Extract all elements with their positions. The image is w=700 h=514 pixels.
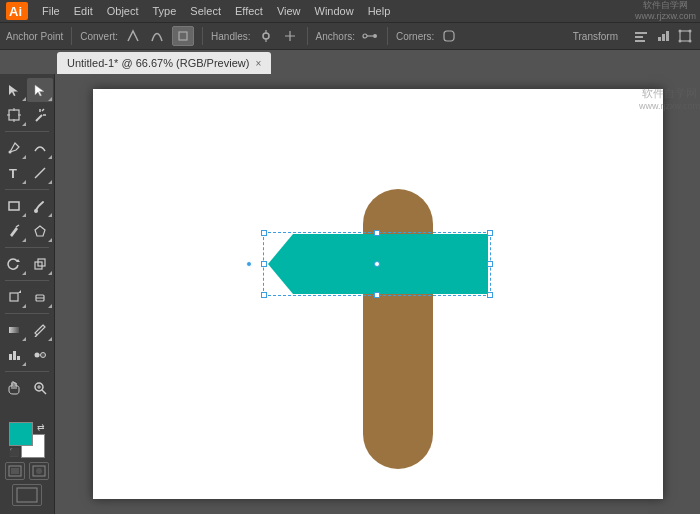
- select-tools-row: [1, 78, 53, 102]
- tab-bar: Untitled-1* @ 66.67% (RGB/Preview) ×: [0, 50, 700, 74]
- handles-icon-2[interactable]: [281, 27, 299, 45]
- svg-rect-46: [13, 351, 16, 360]
- free-transform-tool[interactable]: [1, 285, 27, 309]
- svg-point-48: [35, 353, 40, 358]
- teal-arrow-shape[interactable]: [268, 234, 488, 294]
- artboard-tool[interactable]: [1, 103, 27, 127]
- svg-rect-45: [9, 354, 12, 360]
- transform-icon[interactable]: [676, 27, 694, 45]
- svg-rect-10: [635, 32, 647, 34]
- svg-point-19: [679, 40, 682, 43]
- svg-rect-11: [635, 36, 643, 38]
- options-bar: Anchor Point Convert: Handles: Anchors: …: [0, 22, 700, 50]
- svg-rect-13: [658, 37, 661, 41]
- svg-point-17: [679, 30, 682, 33]
- main-area: T: [0, 74, 700, 514]
- chart-tool[interactable]: [1, 343, 27, 367]
- convert-btn[interactable]: [172, 26, 194, 46]
- menu-file[interactable]: File: [36, 3, 66, 19]
- divider-4: [387, 27, 388, 45]
- artboard-tools-row: [1, 103, 53, 127]
- svg-point-30: [9, 151, 12, 154]
- svg-text:Ai: Ai: [9, 4, 22, 19]
- menu-object[interactable]: Object: [101, 3, 145, 19]
- shapes-container: [93, 89, 663, 499]
- convert-icon-1[interactable]: [124, 27, 142, 45]
- edit-mode-icon[interactable]: [5, 462, 25, 480]
- corners-icon[interactable]: [440, 27, 458, 45]
- gradient-tool[interactable]: [1, 318, 27, 342]
- foreground-swatch[interactable]: [9, 422, 33, 446]
- magic-wand-tool[interactable]: [27, 103, 53, 127]
- app-logo: Ai: [4, 2, 30, 20]
- svg-point-20: [689, 40, 692, 43]
- menu-effect[interactable]: Effect: [229, 3, 269, 19]
- separator-5: [5, 313, 49, 314]
- pencil-tools-row: [1, 219, 53, 243]
- menu-type[interactable]: Type: [147, 3, 183, 19]
- svg-rect-33: [9, 202, 19, 210]
- handles-icon-1[interactable]: [257, 27, 275, 45]
- eraser-tool[interactable]: [27, 285, 53, 309]
- blend-tool[interactable]: [27, 343, 53, 367]
- menu-help[interactable]: Help: [362, 3, 397, 19]
- convert-icon-2[interactable]: [148, 27, 166, 45]
- align-icon-1[interactable]: [632, 27, 650, 45]
- separator-3: [5, 247, 49, 248]
- menu-view[interactable]: View: [271, 3, 307, 19]
- pen-tool[interactable]: [1, 136, 27, 160]
- svg-line-32: [35, 168, 45, 178]
- line-tool[interactable]: [27, 161, 53, 185]
- menu-select[interactable]: Select: [184, 3, 227, 19]
- tab-close-btn[interactable]: ×: [255, 58, 261, 69]
- brown-pill-shape[interactable]: [363, 189, 433, 469]
- document-tab[interactable]: Untitled-1* @ 66.67% (RGB/Preview) ×: [57, 52, 271, 74]
- transform-label-area: Transform: [573, 30, 618, 42]
- handle-tl[interactable]: [261, 230, 267, 236]
- quick-mask-icons: [5, 462, 49, 480]
- swap-colors-icon[interactable]: ⇄: [37, 422, 45, 432]
- tab-title: Untitled-1* @ 66.67% (RGB/Preview): [67, 57, 249, 69]
- separator-2: [5, 189, 49, 190]
- anchors-label: Anchors:: [316, 31, 355, 42]
- warp-tools-row: [1, 285, 53, 309]
- svg-rect-2: [179, 32, 187, 40]
- menu-window[interactable]: Window: [309, 3, 360, 19]
- svg-point-49: [41, 353, 46, 358]
- paintbrush-tool[interactable]: [27, 194, 53, 218]
- color-swatches: ⇄ ⬛: [5, 422, 49, 506]
- svg-point-58: [36, 468, 42, 474]
- eyedropper-tool[interactable]: [27, 318, 53, 342]
- selection-tool[interactable]: [1, 78, 27, 102]
- svg-line-44: [35, 335, 37, 337]
- hand-tool[interactable]: [1, 376, 27, 400]
- menu-edit[interactable]: Edit: [68, 3, 99, 19]
- shaper-tool[interactable]: [27, 219, 53, 243]
- pencil-tool[interactable]: [1, 219, 27, 243]
- svg-rect-39: [10, 293, 18, 301]
- svg-rect-47: [17, 356, 20, 360]
- scale-tool[interactable]: [27, 252, 53, 276]
- handle-bl[interactable]: [261, 292, 267, 298]
- handles-label: Handles:: [211, 31, 250, 42]
- svg-line-52: [42, 390, 46, 394]
- change-screen-mode-icon[interactable]: [12, 484, 42, 506]
- anchors-icon[interactable]: [361, 27, 379, 45]
- foreground-background-swatches[interactable]: ⇄ ⬛: [9, 422, 45, 458]
- separator-4: [5, 280, 49, 281]
- handle-ml[interactable]: [261, 261, 267, 267]
- transform-tools-row: [1, 252, 53, 276]
- notch-anchor[interactable]: [246, 261, 252, 267]
- default-colors-icon[interactable]: ⬛: [9, 448, 19, 458]
- svg-point-3: [263, 33, 269, 39]
- type-tool[interactable]: T: [1, 161, 27, 185]
- chart-icon[interactable]: [654, 27, 672, 45]
- quick-mask-icon[interactable]: [29, 462, 49, 480]
- direct-selection-tool[interactable]: [27, 78, 53, 102]
- svg-rect-15: [666, 31, 669, 41]
- zoom-tool[interactable]: [27, 376, 53, 400]
- curvature-tool[interactable]: [27, 136, 53, 160]
- rectangle-tool[interactable]: [1, 194, 27, 218]
- rotate-tool[interactable]: [1, 252, 27, 276]
- canvas-area: 软件自学网 www.rjzxw.com: [55, 74, 700, 514]
